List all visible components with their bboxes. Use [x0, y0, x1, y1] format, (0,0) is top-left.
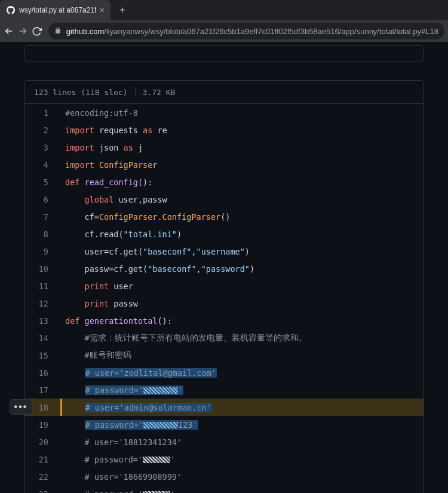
- line-code: print passw: [59, 299, 424, 308]
- code-line[interactable]: 23 # password='': [24, 485, 424, 493]
- line-code: def read_config():: [59, 177, 424, 187]
- lock-icon: [54, 27, 62, 36]
- line-code: import requests as re: [59, 125, 424, 135]
- code-line[interactable]: 8 cf.read("total.ini"): [24, 225, 424, 243]
- line-actions-button[interactable]: •••: [10, 399, 32, 415]
- code-line[interactable]: 15 #账号和密码: [24, 347, 424, 364]
- line-number[interactable]: 13: [24, 316, 59, 326]
- line-code: # user='admin@solarman.cn': [59, 403, 424, 412]
- line-number[interactable]: 5: [24, 177, 59, 187]
- line-number[interactable]: 19: [24, 420, 59, 430]
- line-number[interactable]: 11: [24, 281, 59, 291]
- code-line[interactable]: 2import requests as re: [24, 121, 424, 139]
- code-line[interactable]: 13def generationtotal():: [24, 312, 424, 329]
- line-code: # password='': [59, 385, 424, 395]
- lines-summary: 123 lines (118 sloc): [34, 88, 128, 97]
- obscured-text: [143, 387, 178, 394]
- browser-tab[interactable]: wsy/total.py at a067a21f26c5b1a ×: [0, 0, 111, 20]
- line-code: import json as j: [59, 143, 424, 152]
- line-number[interactable]: 3: [24, 143, 59, 152]
- line-number[interactable]: 21: [24, 455, 59, 464]
- line-number[interactable]: 23: [24, 489, 59, 494]
- line-code: # user='18812341234': [59, 437, 424, 447]
- code-line[interactable]: 1#encoding:utf-8: [24, 104, 424, 121]
- file-box: 123 lines (118 sloc) 3.72 KB 1#encoding:…: [24, 80, 424, 493]
- line-number[interactable]: 4: [24, 160, 59, 170]
- line-code: # password='123': [59, 420, 424, 430]
- tab-close-icon[interactable]: ×: [100, 5, 105, 15]
- code-line[interactable]: 21 # password='': [24, 451, 424, 468]
- code-line[interactable]: 5def read_config():: [24, 173, 424, 191]
- ellipsis-icon: •••: [14, 402, 28, 412]
- line-code: # password='': [59, 489, 424, 494]
- code-line[interactable]: 19 # password='123': [24, 416, 424, 433]
- line-code: #encoding:utf-8: [59, 108, 424, 118]
- code-line[interactable]: 22 # user='18669908999': [24, 468, 424, 485]
- line-code: # user='zedlital@gmail.com': [59, 368, 424, 378]
- line-number[interactable]: 20: [24, 437, 59, 447]
- header-divider: [135, 87, 136, 97]
- prev-toolbar-placeholder: [24, 45, 424, 62]
- url-text: github.com/liyanyanwsy/wsy/blob/a067a21f…: [66, 27, 438, 36]
- line-code: print user: [59, 281, 424, 291]
- code-line[interactable]: 17 # password='': [24, 381, 424, 399]
- code-line[interactable]: 10 passw=cf.get("baseconf","password"): [24, 260, 424, 277]
- new-tab-button[interactable]: +: [114, 2, 131, 19]
- line-code: # password='': [59, 455, 424, 464]
- line-number[interactable]: 15: [24, 351, 59, 360]
- code-line[interactable]: 3import json as j: [24, 139, 424, 156]
- tab-title: wsy/total.py at a067a21f26c5b1a: [19, 6, 96, 14]
- browser-chrome: wsy/total.py at a067a21f26c5b1a × + gith…: [0, 0, 448, 42]
- code-line[interactable]: 14 #需求：统计账号下所有电站的发电量、装机容量等的求和。: [24, 329, 424, 347]
- line-number[interactable]: 2: [24, 125, 59, 135]
- code-line[interactable]: 16 # user='zedlital@gmail.com': [24, 364, 424, 381]
- line-code: user=cf.get("baseconf","username"): [59, 247, 424, 256]
- page-content: 123 lines (118 sloc) 3.72 KB 1#encoding:…: [0, 45, 448, 493]
- line-number[interactable]: 9: [24, 247, 59, 256]
- code-line[interactable]: 7 cf=ConfigParser.ConfigParser(): [24, 208, 424, 225]
- obscured-text: [143, 457, 170, 463]
- line-code: passw=cf.get("baseconf","password"): [59, 264, 424, 274]
- line-number[interactable]: 17: [24, 385, 59, 395]
- line-code: cf.read("total.ini"): [59, 229, 424, 239]
- line-number[interactable]: 1: [24, 108, 59, 118]
- code-line[interactable]: 4import ConfigParser: [24, 156, 424, 173]
- code-line[interactable]: 12 print passw: [24, 295, 424, 312]
- forward-button[interactable]: [17, 23, 29, 39]
- line-code: def generationtotal():: [59, 316, 424, 326]
- line-code: #账号和密码: [59, 350, 424, 361]
- back-button[interactable]: [4, 23, 15, 39]
- code-line[interactable]: 18 # user='admin@solarman.cn': [24, 399, 424, 416]
- code-line[interactable]: 6 global user,passw: [24, 191, 424, 208]
- code-line[interactable]: 11 print user: [24, 277, 424, 295]
- github-favicon-icon: [6, 5, 16, 15]
- line-number[interactable]: 16: [24, 368, 59, 378]
- line-number[interactable]: 8: [24, 229, 59, 239]
- obscured-text: [143, 422, 178, 428]
- file-size: 3.72 KB: [143, 88, 176, 97]
- line-number[interactable]: 14: [24, 333, 59, 343]
- line-number[interactable]: 6: [24, 195, 59, 204]
- url-bar[interactable]: github.com/liyanyanwsy/wsy/blob/a067a21f…: [48, 23, 444, 39]
- line-number[interactable]: 7: [24, 212, 59, 222]
- line-code: import ConfigParser: [59, 160, 424, 170]
- code-area[interactable]: 1#encoding:utf-82import requests as re3i…: [24, 103, 424, 493]
- file-header: 123 lines (118 sloc) 3.72 KB: [24, 81, 424, 103]
- line-number[interactable]: 10: [24, 264, 59, 274]
- line-code: # user='18669908999': [59, 472, 424, 482]
- line-code: #需求：统计账号下所有电站的发电量、装机容量等的求和。: [59, 333, 424, 344]
- line-number[interactable]: 12: [24, 299, 59, 308]
- line-code: cf=ConfigParser.ConfigParser(): [59, 212, 424, 222]
- line-code: global user,passw: [59, 195, 424, 204]
- line-number[interactable]: 22: [24, 472, 59, 482]
- nav-bar: github.com/liyanyanwsy/wsy/blob/a067a21f…: [0, 20, 448, 42]
- tab-strip: wsy/total.py at a067a21f26c5b1a × +: [0, 0, 448, 20]
- code-line[interactable]: 20 # user='18812341234': [24, 433, 424, 451]
- reload-button[interactable]: [31, 23, 42, 39]
- code-line[interactable]: 9 user=cf.get("baseconf","username"): [24, 243, 424, 260]
